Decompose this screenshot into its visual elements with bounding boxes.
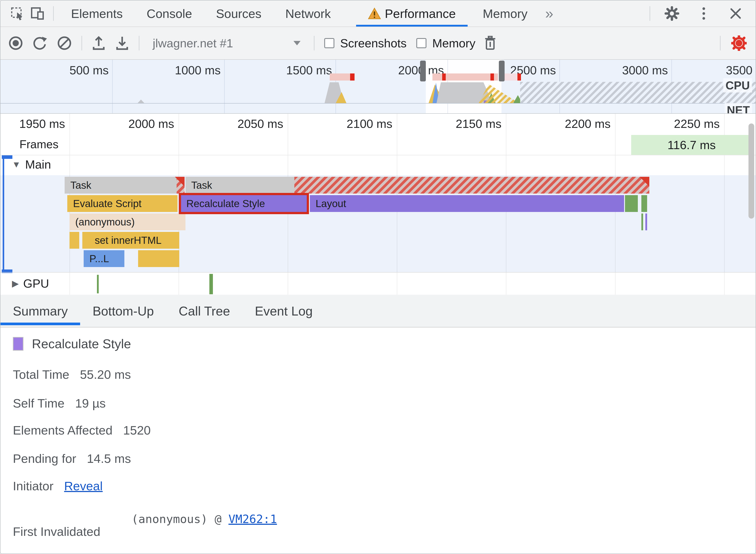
- clear-button[interactable]: [57, 36, 72, 50]
- vertical-scrollbar-thumb[interactable]: [749, 123, 754, 219]
- tab-summary[interactable]: Summary: [0, 295, 80, 327]
- record-button[interactable]: [8, 36, 23, 50]
- kebab-menu-icon[interactable]: [694, 6, 714, 20]
- chevron-down-icon: [293, 41, 301, 45]
- tab-bottom-up[interactable]: Bottom-Up: [80, 295, 166, 327]
- devtools-window: Elements Console Sources Network Perform…: [0, 0, 756, 554]
- tab-label: Event Log: [255, 303, 313, 318]
- long-task-red-segment: [350, 73, 355, 80]
- gpu-activity-mark: [97, 275, 99, 293]
- frame-duration-badge[interactable]: 116.7 ms: [631, 135, 752, 155]
- tab-network[interactable]: Network: [273, 0, 342, 26]
- memory-checkbox[interactable]: [416, 38, 427, 48]
- summary-title: Recalculate Style: [32, 336, 131, 351]
- tab-label: Elements: [71, 6, 123, 21]
- frame-duration-value: 116.7 ms: [667, 138, 716, 152]
- capture-settings-gear-icon[interactable]: [731, 36, 747, 51]
- summary-initiator-row: InitiatorReveal: [13, 479, 103, 493]
- summary-row-value: 1520: [123, 423, 151, 437]
- detail-ruler-label: 2000 ms: [128, 117, 174, 130]
- net-strip-label: NET: [724, 103, 752, 114]
- summary-row-label: Self Time: [13, 396, 64, 410]
- chevron-expanded-icon: ▼: [12, 160, 21, 169]
- long-task-red-segment: [490, 73, 494, 80]
- settings-gear-icon[interactable]: [662, 6, 682, 21]
- memory-label: Memory: [432, 36, 475, 50]
- more-tabs-icon[interactable]: »: [540, 5, 559, 22]
- load-profile-icon[interactable]: [92, 36, 106, 50]
- summary-row: Pending for14.5 ms: [13, 451, 131, 466]
- flame-bar-evaluate-script[interactable]: Evaluate Script: [67, 195, 177, 212]
- summary-row: Self Time19 µs: [13, 396, 106, 410]
- gpu-track-toggle[interactable]: ▶ GPU: [12, 277, 49, 290]
- long-task-indicator: [504, 73, 518, 80]
- gpu-track-label: GPU: [23, 277, 49, 290]
- summary-pane: Recalculate Style Total Time55.20 ms Sel…: [0, 327, 756, 554]
- initiator-reveal-link[interactable]: Reveal: [64, 479, 103, 493]
- main-track-toggle[interactable]: ▼ Main: [12, 158, 51, 171]
- flame-bar-set-innerhtml[interactable]: set innerHTML: [82, 232, 179, 249]
- flame-bar-paint[interactable]: [641, 214, 643, 230]
- summary-row-value: 14.5 ms: [87, 452, 131, 465]
- active-tab-underline: [356, 25, 468, 26]
- selection-handle-right[interactable]: [499, 61, 504, 81]
- flame-bar-task[interactable]: Task: [65, 177, 177, 193]
- summary-row: Total Time55.20 ms: [13, 367, 131, 382]
- divider: [720, 36, 720, 50]
- initiator-label: Initiator: [13, 479, 54, 493]
- screenshots-checkbox[interactable]: [324, 38, 334, 48]
- device-toolbar-icon[interactable]: [28, 0, 48, 26]
- close-icon[interactable]: [725, 7, 746, 20]
- long-task-hatch[interactable]: [294, 177, 649, 193]
- flame-bar-script[interactable]: [69, 232, 79, 249]
- flame-bar-recalculate-style-selected[interactable]: Recalculate Style: [179, 193, 309, 214]
- flame-chart-pane: 1950 ms 2000 ms 2050 ms 2100 ms 2150 ms …: [0, 114, 756, 295]
- save-profile-icon[interactable]: [115, 36, 129, 50]
- tab-event-log[interactable]: Event Log: [242, 295, 325, 327]
- long-task-triangle: [640, 177, 649, 186]
- tab-label: Summary: [13, 303, 68, 318]
- detail-ruler-label: 2200 ms: [565, 117, 610, 130]
- tab-label: Memory: [483, 6, 527, 21]
- cpu-activity-chart: [0, 81, 756, 104]
- first-invalidated-label: First Invalidated: [13, 524, 100, 539]
- overview-ruler-label: 3000 ms: [622, 63, 668, 77]
- divider: [53, 6, 54, 21]
- cpu-strip-label: CPU: [723, 78, 752, 93]
- timeline-overview[interactable]: 500 ms 1000 ms 1500 ms 2000 ms 2500 ms 3…: [0, 60, 756, 114]
- flame-bar-paint[interactable]: [625, 195, 638, 212]
- flame-bar-layout[interactable]: Layout: [310, 195, 624, 212]
- summary-row-label: Elements Affected: [13, 423, 112, 437]
- track-selection-bracket: [2, 155, 12, 159]
- tab-memory[interactable]: Memory: [471, 0, 539, 26]
- flame-bar-parse-html[interactable]: P...L: [84, 250, 124, 267]
- overview-ruler-label: 1000 ms: [175, 63, 221, 77]
- flame-bar-script[interactable]: [138, 250, 179, 267]
- details-tabbar: Summary Bottom-Up Call Tree Event Log: [0, 295, 756, 327]
- tab-label: Performance: [385, 6, 456, 21]
- stack-frame-text: (anonymous) @: [131, 512, 228, 526]
- cpu-net-divider: [0, 103, 756, 104]
- tab-call-tree[interactable]: Call Tree: [166, 295, 242, 327]
- tab-performance[interactable]: Performance: [356, 0, 468, 26]
- flame-bar-paint[interactable]: [641, 195, 647, 212]
- detail-ruler-label: 1950 ms: [19, 117, 65, 130]
- summary-row-label: Total Time: [13, 368, 69, 381]
- reload-record-button[interactable]: [33, 36, 47, 50]
- trash-icon[interactable]: [484, 36, 497, 50]
- tab-elements[interactable]: Elements: [59, 0, 134, 26]
- flame-bar-task[interactable]: Task: [185, 177, 294, 193]
- flame-bar-style[interactable]: [645, 214, 647, 230]
- summary-row: Elements Affected1520: [13, 423, 151, 437]
- detail-ruler-label: 2150 ms: [456, 117, 501, 130]
- inspect-element-icon[interactable]: [7, 0, 28, 26]
- selection-handle-left[interactable]: [420, 61, 426, 81]
- summary-row-value: 19 µs: [75, 396, 106, 410]
- stack-source-link[interactable]: VM262:1: [228, 512, 277, 526]
- tab-sources[interactable]: Sources: [204, 0, 273, 26]
- frames-track-label: Frames: [19, 137, 58, 151]
- flame-bar-anonymous[interactable]: (anonymous): [69, 214, 185, 230]
- tab-console[interactable]: Console: [134, 0, 204, 26]
- history-select[interactable]: jlwagner.net #1: [149, 36, 304, 50]
- overview-ruler-label: 1500 ms: [286, 63, 332, 77]
